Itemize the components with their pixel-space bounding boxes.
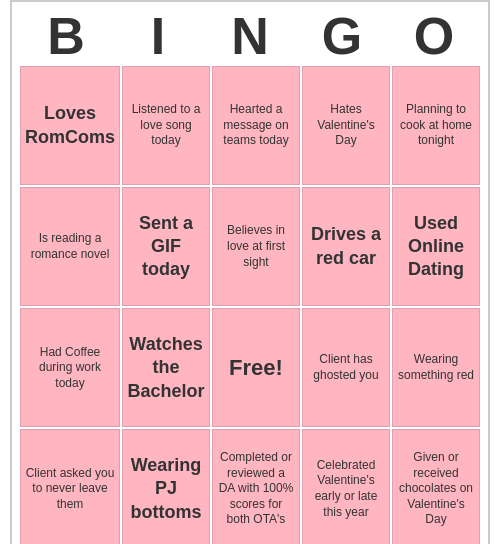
bingo-cell-14[interactable]: Wearing something red <box>392 308 480 427</box>
bingo-header: BINGO <box>20 10 480 62</box>
cell-text-17: Completed or reviewed a DA with 100% sco… <box>217 450 295 528</box>
bingo-cell-4[interactable]: Planning to cook at home tonight <box>392 66 480 185</box>
cell-text-8: Drives a red car <box>307 223 385 270</box>
bingo-cell-8[interactable]: Drives a red car <box>302 187 390 306</box>
bingo-letter-o: O <box>390 10 478 62</box>
cell-text-2: Hearted a message on teams today <box>217 102 295 149</box>
cell-text-7: Believes in love at first sight <box>217 223 295 270</box>
bingo-card: BINGO Loves RomComsListened to a love so… <box>10 0 490 544</box>
bingo-cell-11[interactable]: Watches the Bachelor <box>122 308 210 427</box>
cell-text-6: Sent a GIF today <box>127 212 205 282</box>
bingo-cell-1[interactable]: Listened to a love song today <box>122 66 210 185</box>
cell-text-13: Client has ghosted you <box>307 352 385 383</box>
bingo-cell-3[interactable]: Hates Valentine's Day <box>302 66 390 185</box>
cell-text-9: Used Online Dating <box>397 212 475 282</box>
bingo-cell-13[interactable]: Client has ghosted you <box>302 308 390 427</box>
cell-text-16: Wearing PJ bottoms <box>127 454 205 524</box>
bingo-cell-19[interactable]: Given or received chocolates on Valentin… <box>392 429 480 544</box>
bingo-cell-18[interactable]: Celebrated Valentine's early or late thi… <box>302 429 390 544</box>
bingo-letter-i: I <box>114 10 202 62</box>
bingo-cell-16[interactable]: Wearing PJ bottoms <box>122 429 210 544</box>
bingo-letter-n: N <box>206 10 294 62</box>
cell-text-18: Celebrated Valentine's early or late thi… <box>307 458 385 520</box>
bingo-letter-g: G <box>298 10 386 62</box>
bingo-grid: Loves RomComsListened to a love song tod… <box>20 66 480 544</box>
bingo-letter-b: B <box>22 10 110 62</box>
bingo-cell-5[interactable]: Is reading a romance novel <box>20 187 120 306</box>
bingo-cell-15[interactable]: Client asked you to never leave them <box>20 429 120 544</box>
bingo-cell-17[interactable]: Completed or reviewed a DA with 100% sco… <box>212 429 300 544</box>
cell-text-3: Hates Valentine's Day <box>307 102 385 149</box>
bingo-cell-9[interactable]: Used Online Dating <box>392 187 480 306</box>
bingo-cell-6[interactable]: Sent a GIF today <box>122 187 210 306</box>
cell-text-19: Given or received chocolates on Valentin… <box>397 450 475 528</box>
bingo-cell-2[interactable]: Hearted a message on teams today <box>212 66 300 185</box>
cell-text-11: Watches the Bachelor <box>127 333 205 403</box>
cell-text-1: Listened to a love song today <box>127 102 205 149</box>
bingo-cell-0[interactable]: Loves RomComs <box>20 66 120 185</box>
bingo-cell-10[interactable]: Had Coffee during work today <box>20 308 120 427</box>
cell-text-5: Is reading a romance novel <box>25 231 115 262</box>
cell-text-0: Loves RomComs <box>25 102 115 149</box>
cell-text-14: Wearing something red <box>397 352 475 383</box>
cell-text-4: Planning to cook at home tonight <box>397 102 475 149</box>
cell-text-10: Had Coffee during work today <box>25 345 115 392</box>
cell-text-15: Client asked you to never leave them <box>25 466 115 513</box>
cell-text-12: Free! <box>229 354 283 383</box>
free-space[interactable]: Free! <box>212 308 300 427</box>
bingo-cell-7[interactable]: Believes in love at first sight <box>212 187 300 306</box>
